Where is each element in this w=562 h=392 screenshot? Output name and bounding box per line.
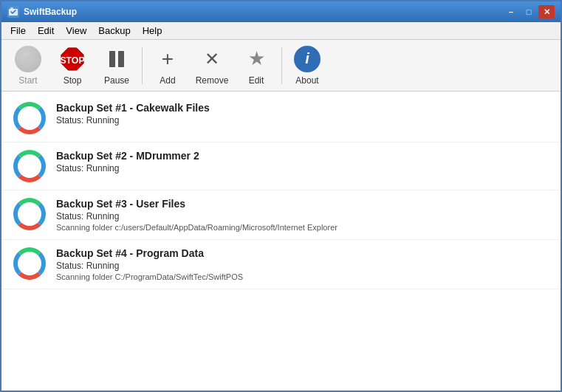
remove-button[interactable]: ✕ Remove xyxy=(191,43,233,89)
edit-icon: ★ xyxy=(243,46,270,72)
backup-status-2: Status: Running xyxy=(56,163,549,173)
title-controls: – □ ✕ xyxy=(503,5,555,18)
backup-status-4: Status: Running xyxy=(56,261,549,271)
backup-status-1: Status: Running xyxy=(56,115,549,125)
backup-info-4: Backup Set #4 - Program Data Status: Run… xyxy=(56,247,549,281)
remove-label: Remove xyxy=(196,75,229,86)
pause-label: Pause xyxy=(104,75,129,86)
spinner-3 xyxy=(13,198,46,230)
stop-icon: STOP xyxy=(59,46,86,72)
menu-help[interactable]: Help xyxy=(137,24,168,38)
pause-icon xyxy=(103,46,130,72)
backup-item-2: Backup Set #2 - MDrummer 2 Status: Runni… xyxy=(1,142,561,190)
title-bar-left: SwiftBackup xyxy=(7,6,77,18)
backup-item-4: Backup Set #4 - Program Data Status: Run… xyxy=(1,240,561,289)
edit-button[interactable]: ★ Edit xyxy=(236,43,277,89)
svg-rect-1 xyxy=(10,7,13,10)
title-bar: SwiftBackup – □ ✕ xyxy=(1,1,561,22)
spinner-4 xyxy=(13,247,46,280)
backup-info-3: Backup Set #3 - User Files Status: Runni… xyxy=(56,198,549,232)
menu-view[interactable]: View xyxy=(60,24,92,38)
start-icon xyxy=(15,46,41,72)
start-label: Start xyxy=(18,75,37,86)
add-button[interactable]: + Add xyxy=(147,43,188,89)
remove-icon: ✕ xyxy=(199,46,225,72)
pause-button[interactable]: Pause xyxy=(96,43,137,89)
close-button[interactable]: ✕ xyxy=(538,5,555,18)
backup-info-1: Backup Set #1 - Cakewalk Files Status: R… xyxy=(56,102,549,127)
stop-label: Stop xyxy=(64,75,82,86)
backup-name-4: Backup Set #4 - Program Data xyxy=(56,247,549,259)
menu-bar: File Edit View Backup Help xyxy=(1,22,561,40)
backup-item-1: Backup Set #1 - Cakewalk Files Status: R… xyxy=(1,94,561,142)
backup-item-3: Backup Set #3 - User Files Status: Runni… xyxy=(1,190,561,240)
backup-name-1: Backup Set #1 - Cakewalk Files xyxy=(56,102,549,114)
backup-list: Backup Set #1 - Cakewalk Files Status: R… xyxy=(1,92,561,391)
menu-file[interactable]: File xyxy=(4,24,32,38)
backup-detail-3: Scanning folder c:/users/Default/AppData… xyxy=(56,223,549,232)
backup-name-3: Backup Set #3 - User Files xyxy=(56,198,549,210)
menu-edit[interactable]: Edit xyxy=(32,24,60,38)
add-icon: + xyxy=(154,46,181,72)
backup-name-2: Backup Set #2 - MDrummer 2 xyxy=(56,150,549,162)
menu-backup[interactable]: Backup xyxy=(92,24,136,38)
add-label: Add xyxy=(160,75,175,86)
edit-label: Edit xyxy=(249,75,264,86)
app-title: SwiftBackup xyxy=(24,7,77,17)
about-label: About xyxy=(295,75,318,86)
spinner-2 xyxy=(13,150,46,182)
toolbar-divider-2 xyxy=(281,47,282,84)
stop-button[interactable]: STOP Stop xyxy=(52,43,93,89)
minimize-button[interactable]: – xyxy=(503,5,519,18)
about-icon: i xyxy=(294,46,321,72)
toolbar: Start STOP Stop Pause + Add xyxy=(1,40,561,92)
main-window: SwiftBackup – □ ✕ File Edit View Backup … xyxy=(0,0,562,392)
backup-info-2: Backup Set #2 - MDrummer 2 Status: Runni… xyxy=(56,150,549,175)
maximize-button[interactable]: □ xyxy=(521,5,537,18)
spinner-1 xyxy=(13,102,46,134)
toolbar-divider-1 xyxy=(142,47,143,84)
backup-detail-4: Scanning folder C:/ProgramData/SwiftTec/… xyxy=(56,272,549,281)
svg-text:STOP: STOP xyxy=(60,55,84,65)
start-button[interactable]: Start xyxy=(7,43,49,89)
about-button[interactable]: i About xyxy=(287,43,328,89)
svg-marker-2 xyxy=(26,55,32,63)
backup-status-3: Status: Running xyxy=(56,211,549,221)
app-icon xyxy=(7,6,19,18)
